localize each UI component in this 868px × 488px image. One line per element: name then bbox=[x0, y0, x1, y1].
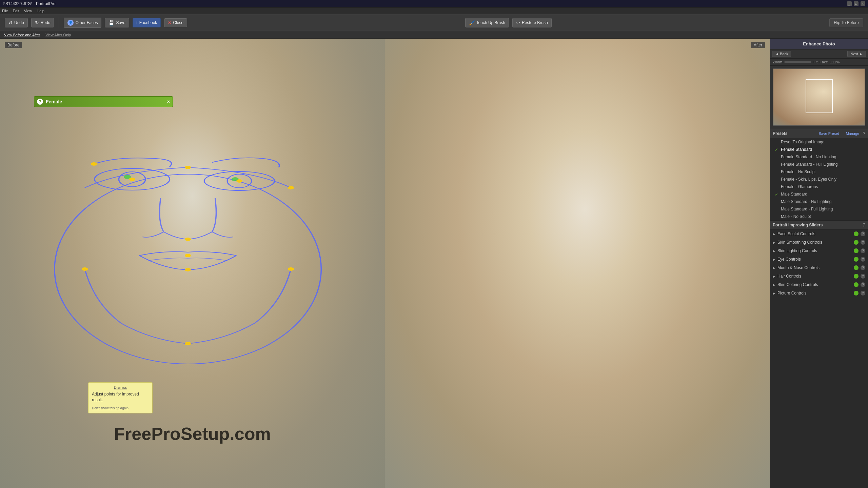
manage-presets-button[interactable]: Manage bbox=[846, 131, 859, 136]
nav-row: ◄ Back Next ► bbox=[770, 49, 868, 59]
menu-file[interactable]: File bbox=[2, 9, 8, 13]
preset-item-4[interactable]: Female - No Sculpt bbox=[770, 168, 868, 176]
slider-help-icon-4[interactable]: ? bbox=[861, 265, 865, 270]
slider-help-icon-7[interactable]: ? bbox=[861, 291, 865, 296]
flip-to-before-button[interactable]: Flip To Before bbox=[829, 18, 863, 27]
preset-item-2[interactable]: Female Standard - No Lighting bbox=[770, 153, 868, 161]
preset-check-icon-7: ✓ bbox=[775, 192, 779, 196]
slider-group-label-4: Mouth & Nose Controls bbox=[777, 265, 852, 270]
slider-group-1[interactable]: ▶Skin Smoothing Controls? bbox=[770, 238, 868, 247]
zoom-slider[interactable] bbox=[784, 61, 811, 63]
thumbnail-container bbox=[770, 66, 868, 129]
slider-enabled-indicator-1[interactable] bbox=[854, 240, 859, 245]
gender-label: Female bbox=[46, 99, 164, 104]
expand-arrow-icon-6: ▶ bbox=[773, 283, 776, 287]
redo-button[interactable]: ↻ Redo bbox=[31, 18, 54, 27]
slider-help-icon-1[interactable]: ? bbox=[861, 240, 865, 245]
slider-help-icon-6[interactable]: ? bbox=[861, 282, 865, 287]
menu-view[interactable]: View bbox=[24, 9, 32, 13]
dismiss-button[interactable]: Dismiss bbox=[92, 385, 149, 389]
preset-item-9[interactable]: Male Standard - Full Lighting bbox=[770, 205, 868, 213]
maximize-btn[interactable]: □ bbox=[854, 1, 859, 6]
tooltip-box: Dismiss Adjust points for improved resul… bbox=[88, 382, 153, 413]
presets-help-icon[interactable]: ? bbox=[863, 131, 865, 136]
preset-label-6: Female - Glamorous bbox=[781, 184, 818, 189]
view-after-only-link[interactable]: View After Only bbox=[45, 33, 71, 37]
main-area: ? Female × Before Dismiss Adjust points … bbox=[0, 39, 868, 488]
close-label: Close bbox=[173, 20, 183, 25]
slider-enabled-indicator-2[interactable] bbox=[854, 248, 859, 253]
save-label: Save bbox=[116, 20, 125, 25]
toolbar: ↺ Undo ↻ Redo 👤 Other Faces 💾 Save f Fac… bbox=[0, 14, 868, 31]
slider-group-4[interactable]: ▶Mouth & Nose Controls? bbox=[770, 264, 868, 272]
window-controls: _ □ × bbox=[847, 1, 865, 6]
close-button[interactable]: ✕ Close bbox=[164, 18, 187, 27]
preset-check-icon-4 bbox=[775, 170, 779, 174]
back-button[interactable]: ◄ Back bbox=[772, 51, 791, 57]
slider-enabled-indicator-4[interactable] bbox=[854, 265, 859, 270]
gender-question-icon: ? bbox=[37, 99, 43, 105]
save-preset-button[interactable]: Save Preset bbox=[819, 131, 839, 136]
dont-show-link[interactable]: Don't show this tip again bbox=[92, 406, 129, 410]
preset-check-icon-1: ✓ bbox=[775, 147, 779, 151]
slider-group-2[interactable]: ▶Skin Lighting Controls? bbox=[770, 247, 868, 255]
zoom-percent[interactable]: 111% bbox=[830, 60, 840, 64]
slider-group-3[interactable]: ▶Eye Controls? bbox=[770, 255, 868, 264]
sliders-section: Portrait Improving Sliders ? ▶Face Sculp… bbox=[770, 221, 868, 488]
slider-group-6[interactable]: ▶Skin Coloring Controls? bbox=[770, 281, 868, 289]
next-button[interactable]: Next ► bbox=[847, 51, 866, 57]
redo-label: Redo bbox=[41, 20, 51, 25]
slider-enabled-indicator-7[interactable] bbox=[854, 291, 859, 296]
menu-edit[interactable]: Edit bbox=[13, 9, 19, 13]
save-icon: 💾 bbox=[108, 20, 114, 25]
restore-brush-button[interactable]: ↩ Restore Brush bbox=[512, 18, 552, 27]
view-before-after-link[interactable]: View Before and After bbox=[4, 33, 40, 37]
slider-help-icon-0[interactable]: ? bbox=[861, 231, 865, 236]
preset-item-1[interactable]: ✓Female Standard bbox=[770, 146, 868, 153]
presets-section: Presets Save Preset Manage ? Reset To Or… bbox=[770, 129, 868, 221]
touch-up-brush-button[interactable]: 🖌️ Touch Up Brush bbox=[465, 18, 509, 27]
preset-label-1: Female Standard bbox=[781, 147, 812, 152]
slider-help-icon-5[interactable]: ? bbox=[861, 274, 865, 279]
zoom-face[interactable]: Face bbox=[820, 60, 828, 64]
other-faces-button[interactable]: 👤 Other Faces bbox=[64, 18, 101, 28]
undo-button[interactable]: ↺ Undo bbox=[5, 18, 28, 27]
gender-bar-close[interactable]: × bbox=[167, 99, 170, 104]
preset-label-2: Female Standard - No Lighting bbox=[781, 155, 836, 159]
after-photo bbox=[385, 39, 770, 488]
slider-group-label-7: Picture Controls bbox=[777, 291, 852, 296]
redo-icon: ↻ bbox=[35, 20, 39, 25]
slider-enabled-indicator-0[interactable] bbox=[854, 231, 859, 236]
preset-item-7[interactable]: ✓Male Standard bbox=[770, 190, 868, 198]
slider-help-icon-3[interactable]: ? bbox=[861, 257, 865, 262]
preset-item-10[interactable]: Male - No Sculpt bbox=[770, 213, 868, 220]
preset-item-3[interactable]: Female Standard - Full Lighting bbox=[770, 161, 868, 168]
preset-label-4: Female - No Sculpt bbox=[781, 169, 816, 174]
menu-help[interactable]: Help bbox=[37, 9, 44, 13]
sliders-help-icon[interactable]: ? bbox=[863, 222, 865, 228]
slider-enabled-indicator-3[interactable] bbox=[854, 257, 859, 262]
preset-item-0[interactable]: Reset To Original Image bbox=[770, 138, 868, 146]
slider-group-5[interactable]: ▶Hair Controls? bbox=[770, 272, 868, 281]
sliders-list: ▶Face Sculpt Controls?▶Skin Smoothing Co… bbox=[770, 230, 868, 298]
flip-label: Flip To Before bbox=[834, 20, 859, 25]
before-panel: ? Female × Before Dismiss Adjust points … bbox=[0, 39, 385, 488]
close-icon: ✕ bbox=[168, 20, 171, 25]
minimize-btn[interactable]: _ bbox=[847, 1, 852, 6]
facebook-button[interactable]: f Facebook bbox=[133, 18, 161, 27]
slider-enabled-indicator-5[interactable] bbox=[854, 274, 859, 279]
preset-item-5[interactable]: Female - Skin, Lips, Eyes Only bbox=[770, 176, 868, 183]
right-sidebar: Enhance Photo ◄ Back Next ► Zoom Fit Fac… bbox=[770, 39, 868, 488]
restore-brush-label: Restore Brush bbox=[522, 20, 548, 25]
save-button[interactable]: 💾 Save bbox=[105, 18, 129, 27]
slider-help-icon-2[interactable]: ? bbox=[861, 248, 865, 253]
slider-enabled-indicator-6[interactable] bbox=[854, 282, 859, 287]
close-window-btn[interactable]: × bbox=[861, 1, 865, 6]
preset-item-6[interactable]: Female - Glamorous bbox=[770, 183, 868, 190]
slider-group-0[interactable]: ▶Face Sculpt Controls? bbox=[770, 230, 868, 238]
slider-group-7[interactable]: ▶Picture Controls? bbox=[770, 289, 868, 298]
facebook-icon: f bbox=[136, 20, 138, 25]
preset-item-8[interactable]: Male Standard - No Lighting bbox=[770, 198, 868, 205]
presets-list: Reset To Original Image✓Female Standard … bbox=[770, 138, 868, 220]
zoom-fit[interactable]: Fit bbox=[813, 60, 817, 64]
